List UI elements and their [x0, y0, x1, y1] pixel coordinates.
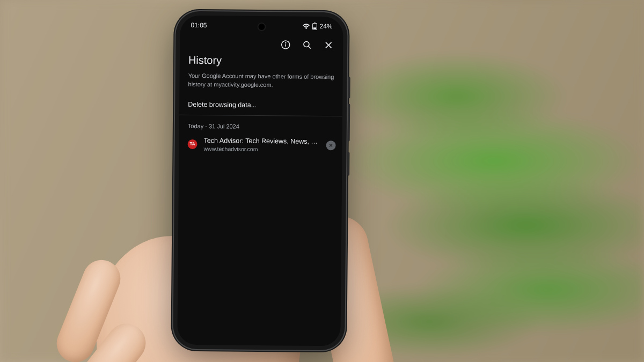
- svg-rect-2: [313, 27, 316, 29]
- history-item-title: Tech Advisor: Tech Reviews, News, Tu...: [204, 137, 320, 145]
- phone-frame: 01:05 24% History: [173, 11, 347, 351]
- info-icon[interactable]: [280, 39, 291, 50]
- app-header: [180, 35, 343, 54]
- front-camera-cutout: [258, 24, 265, 30]
- status-time: 01:05: [191, 21, 207, 29]
- page-title: History: [180, 52, 343, 72]
- favicon-icon: TA: [188, 139, 197, 149]
- history-item[interactable]: TA Tech Advisor: Tech Reviews, News, Tu.…: [179, 132, 342, 158]
- svg-rect-1: [314, 23, 316, 24]
- account-history-note: Your Google Account may have other forms…: [179, 71, 342, 96]
- battery-icon: [312, 23, 317, 30]
- close-icon[interactable]: [323, 39, 334, 51]
- history-item-url: www.techadvisor.com: [203, 145, 319, 153]
- history-item-text: Tech Advisor: Tech Reviews, News, Tu... …: [203, 137, 319, 153]
- svg-point-6: [304, 41, 309, 47]
- search-icon[interactable]: [301, 39, 313, 51]
- wifi-icon: [302, 23, 310, 29]
- phone-screen: 01:05 24% History: [177, 16, 343, 346]
- delete-browsing-data-button[interactable]: Delete browsing data...: [179, 94, 342, 117]
- history-date-label: Today - 31 Jul 2024: [179, 115, 342, 134]
- svg-point-5: [286, 43, 286, 43]
- svg-line-7: [309, 46, 311, 48]
- remove-history-item-button[interactable]: [326, 141, 336, 150]
- battery-percent: 24%: [319, 23, 332, 30]
